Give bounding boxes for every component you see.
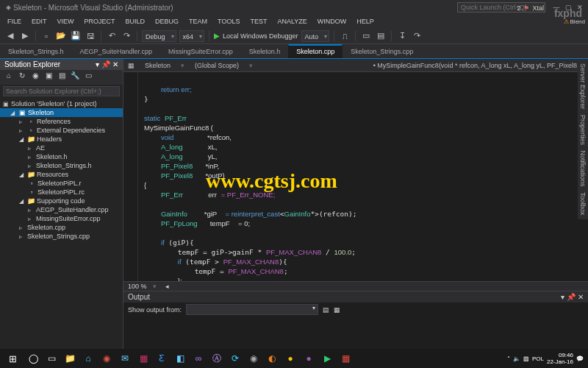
refresh-icon[interactable]: ↻: [16, 71, 28, 83]
menu-build[interactable]: BUILD: [121, 16, 150, 26]
pin-icon[interactable]: ▾ 📌 ✕: [96, 60, 118, 68]
zoom-level[interactable]: 100 %: [128, 283, 147, 290]
task-mail-icon[interactable]: ✉: [116, 350, 134, 367]
user-name[interactable]: Xtal: [532, 4, 544, 12]
tree-ae[interactable]: ▹AE: [0, 144, 123, 152]
tray-clock[interactable]: 09:46 22-Jan-16: [547, 352, 573, 365]
global-scope[interactable]: (Global Scope): [190, 61, 243, 70]
preview-icon[interactable]: ▭: [82, 71, 94, 83]
tree-skeleton-strings-h[interactable]: ▹Skeleton_Strings.h: [0, 161, 123, 170]
supporting-node[interactable]: ◢📁Supporting code: [0, 197, 123, 205]
nav-fwd-icon[interactable]: ▶: [19, 30, 31, 42]
menu-edit[interactable]: EDIT: [27, 16, 51, 26]
task-app3-icon[interactable]: ◧: [171, 350, 189, 367]
tab-skeleton-cpp[interactable]: Skeleton.cpp: [288, 44, 343, 58]
menu-file[interactable]: FILE: [3, 16, 26, 26]
open-icon[interactable]: 📂: [55, 30, 67, 42]
task-app4-icon[interactable]: ⟳: [226, 350, 244, 367]
tab-skeleton-h[interactable]: Skeleton.h: [241, 45, 289, 58]
headers-node[interactable]: ◢📁Headers: [0, 135, 123, 144]
menu-tools[interactable]: TOOLS: [213, 16, 244, 26]
home-icon[interactable]: ⌂: [3, 71, 15, 83]
menu-view[interactable]: VIEW: [53, 16, 79, 26]
editor-gutter[interactable]: [123, 72, 138, 281]
tray-up-icon[interactable]: ˄: [507, 355, 510, 362]
debugger-label[interactable]: Local Windows Debugger: [223, 32, 298, 40]
output-body[interactable]: [123, 316, 588, 353]
menu-debug[interactable]: DEBUG: [151, 16, 183, 26]
task-search-icon[interactable]: ◯: [24, 350, 42, 367]
project-scope[interactable]: Skeleton: [140, 61, 175, 70]
task-explorer-icon[interactable]: 📁: [61, 350, 79, 367]
tree-missing-cpp[interactable]: ▹MissingSuiteError.cpp: [0, 214, 123, 223]
save-icon[interactable]: 💾: [70, 30, 82, 42]
output-clear-icon[interactable]: ▤: [323, 306, 329, 314]
output-wrap-icon[interactable]: ▦: [334, 306, 340, 314]
thread-icon[interactable]: ▭: [360, 30, 372, 42]
prop-icon[interactable]: 🔧: [69, 71, 81, 83]
external-deps-node[interactable]: ▹▫External Dependencies: [0, 126, 123, 135]
task-ae-icon[interactable]: Ⓐ: [208, 350, 226, 367]
stack-icon[interactable]: ▤: [375, 30, 387, 42]
nav-back-icon[interactable]: ◀: [4, 30, 16, 42]
step-icon[interactable]: ↧: [396, 30, 408, 42]
task-obs-icon[interactable]: ◉: [245, 350, 262, 367]
member-decl[interactable]: • MySimpleGainFunc8(void * refcon, A_lon…: [373, 62, 584, 69]
save-all-icon[interactable]: 🖫: [85, 30, 96, 42]
tray-net-icon[interactable]: ▧: [523, 355, 529, 362]
task-app6-icon[interactable]: ●: [282, 350, 299, 367]
tree-pipl-r[interactable]: ▫SkeletonPiPL.r: [0, 179, 123, 188]
start-debug-icon[interactable]: ▶: [214, 32, 220, 40]
redo-icon[interactable]: ↷: [121, 30, 132, 42]
resources-node[interactable]: ◢📁Resources: [0, 170, 123, 179]
tree-skeleton-strings-cpp[interactable]: ▹Skeleton_Strings.cpp: [0, 232, 123, 241]
solution-root[interactable]: ▣Solution 'Skeleton' (1 project): [0, 99, 123, 108]
tray-sound-icon[interactable]: 🔈: [513, 355, 520, 362]
solution-tree[interactable]: ▣Solution 'Skeleton' (1 project) ◢▣Skele…: [0, 98, 123, 353]
tree-skeleton-cpp[interactable]: ▹Skeleton.cpp: [0, 223, 123, 232]
task-chrome-icon[interactable]: ◉: [98, 350, 115, 367]
task-app8-icon[interactable]: ▶: [318, 350, 336, 367]
mode-dropdown[interactable]: Auto: [301, 30, 330, 42]
flag-icon[interactable]: ⚑: [523, 4, 529, 12]
new-icon[interactable]: ▫: [40, 30, 52, 42]
tab-skeleton-strings-cpp[interactable]: Skeleton_Strings.cpp: [343, 45, 421, 58]
code-editor[interactable]: return err; } static PF_Err MySimpleGain…: [138, 72, 588, 281]
tray-lang[interactable]: POL: [532, 355, 544, 362]
menu-project[interactable]: PROJECT: [80, 16, 120, 26]
solution-search-input[interactable]: [3, 86, 120, 96]
tree-aegp-cpp[interactable]: ▹AEGP_SuiteHandler.cpp: [0, 205, 123, 214]
tree-pipl-rc[interactable]: ▫SkeletonPiPL.rc: [0, 188, 123, 197]
undo-icon[interactable]: ↶: [106, 30, 118, 42]
tree-skeleton-h[interactable]: ▹Skeleton.h: [0, 152, 123, 161]
start-button[interactable]: ⊞: [1, 350, 24, 367]
step-over-icon[interactable]: ↷: [411, 30, 423, 42]
showall-icon[interactable]: ▤: [56, 71, 68, 83]
sync-icon[interactable]: ◉: [29, 71, 41, 83]
task-view-icon[interactable]: ▭: [43, 350, 60, 367]
menu-test[interactable]: TEST: [245, 16, 271, 26]
task-vs-icon[interactable]: ∞: [190, 350, 207, 367]
tray-action-center-icon[interactable]: 💬: [576, 355, 584, 362]
menu-window[interactable]: WINDOW: [313, 16, 351, 26]
task-app5-icon[interactable]: ◐: [263, 350, 281, 367]
right-side-tabs[interactable]: Server Explorer Properties Notifications…: [578, 59, 588, 219]
references-node[interactable]: ▹▫References: [0, 117, 123, 126]
menu-help[interactable]: HELP: [352, 16, 379, 26]
menu-team[interactable]: TEAM: [184, 16, 212, 26]
tab-missingsuiteerror[interactable]: MissingSuiteError.cpp: [160, 45, 241, 58]
config-dropdown[interactable]: Debug: [142, 30, 176, 42]
notify-badge[interactable]: 2: [517, 4, 520, 12]
proc-icon[interactable]: ⎍: [339, 30, 351, 42]
platform-dropdown[interactable]: x64: [179, 30, 205, 42]
output-pin-icon[interactable]: ▾ 📌 ✕: [561, 293, 584, 301]
task-edge-icon[interactable]: ⌂: [79, 350, 97, 367]
task-app2-icon[interactable]: Ƹ: [153, 350, 171, 367]
task-app7-icon[interactable]: ●: [300, 350, 318, 367]
tab-skeleton-strings-h[interactable]: Skeleton_Strings.h: [0, 45, 72, 58]
collapse-icon[interactable]: ▣: [43, 71, 54, 83]
menu-analyze[interactable]: ANALYZE: [273, 16, 311, 26]
tab-aegp-suitehandler[interactable]: AEGP_SuiteHandler.cpp: [72, 45, 161, 58]
project-node[interactable]: ◢▣Skeleton: [0, 108, 123, 117]
task-app1-icon[interactable]: ▦: [135, 350, 152, 367]
